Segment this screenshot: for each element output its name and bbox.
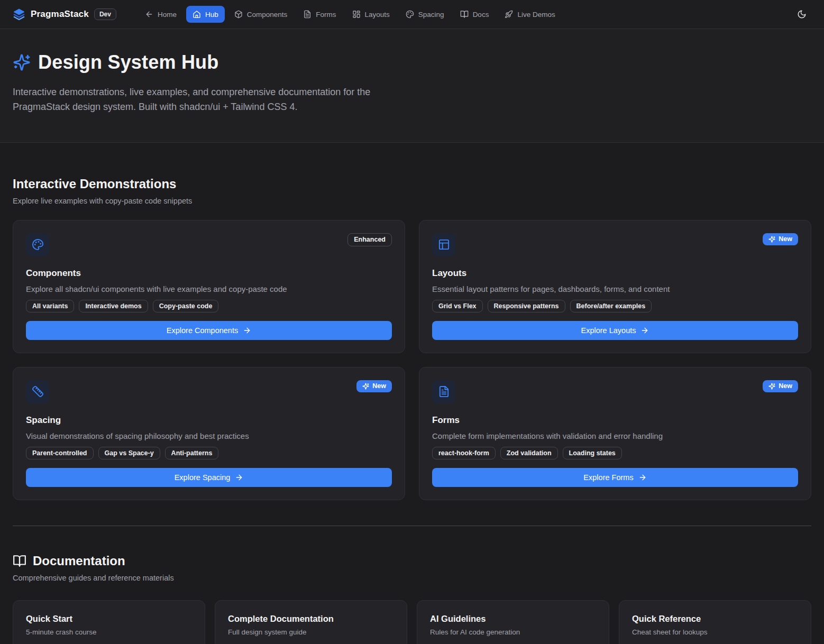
demo-card-forms: New Forms Complete form implementations …	[419, 367, 811, 500]
section-heading: Interactive Demonstrations	[13, 177, 811, 191]
doc-card-quick-start[interactable]: Quick Start 5-minute crash course	[13, 600, 205, 644]
top-navbar: PragmaStack Dev Home Hub Components Fo	[0, 0, 824, 29]
doc-card-quick-reference[interactable]: Quick Reference Cheat sheet for lookups	[619, 600, 811, 644]
doc-card-grid: Quick Start 5-minute crash course Comple…	[13, 600, 811, 644]
nav-label: Forms	[316, 11, 336, 19]
doc-card-description: Full design system guide	[228, 628, 394, 636]
doc-card-title: Quick Reference	[632, 614, 798, 624]
doc-card-complete-documentation[interactable]: Complete Documentation Full design syste…	[215, 600, 407, 644]
page-title: Design System Hub	[38, 51, 218, 73]
brand[interactable]: PragmaStack Dev	[13, 8, 116, 21]
nav-label: Home	[158, 11, 177, 19]
main-content: Interactive Demonstrations Explore live …	[0, 143, 824, 644]
tag: Interactive demos	[79, 300, 148, 312]
doc-card-description: 5-minute crash course	[26, 628, 192, 636]
new-badge: New	[763, 380, 798, 392]
nav-label: Spacing	[418, 11, 444, 19]
tag-row: react-hook-form Zod validation Loading s…	[432, 447, 798, 459]
nav-item-hub[interactable]: Hub	[186, 6, 225, 23]
demo-card-layouts: New Layouts Essential layout patterns fo…	[419, 220, 811, 353]
badge-label: Enhanced	[354, 236, 386, 244]
arrow-right-icon	[243, 326, 251, 335]
explore-spacing-button[interactable]: Explore Spacing	[26, 468, 392, 487]
nav-item-docs[interactable]: Docs	[454, 6, 496, 23]
home-icon	[193, 10, 201, 19]
explore-forms-button[interactable]: Explore Forms	[432, 468, 798, 487]
sparkles-icon	[768, 236, 775, 243]
card-title: Forms	[432, 415, 798, 426]
palette-icon	[26, 233, 49, 256]
sparkles-icon	[13, 53, 31, 71]
nav-label: Live Demos	[517, 11, 555, 19]
section-subheading: Explore live examples with copy-paste co…	[13, 197, 811, 205]
tag: Copy-paste code	[153, 300, 219, 312]
tag: react-hook-form	[432, 447, 496, 459]
doc-card-title: Quick Start	[26, 614, 192, 624]
arrow-right-icon	[638, 473, 647, 482]
demo-card-components: Enhanced Components Explore all shadcn/u…	[13, 220, 405, 353]
file-text-icon	[303, 10, 312, 19]
panels-top-left-icon	[432, 233, 455, 256]
tag: All variants	[26, 300, 74, 312]
ruler-icon	[26, 380, 49, 403]
section-subheading: Comprehensive guides and reference mater…	[13, 574, 811, 582]
nav-item-home[interactable]: Home	[139, 6, 183, 23]
book-open-icon	[13, 554, 26, 568]
nav-label: Docs	[473, 11, 489, 19]
cta-label: Explore Spacing	[175, 473, 231, 482]
book-open-icon	[460, 10, 469, 19]
card-title: Spacing	[26, 415, 392, 426]
doc-card-title: Complete Documentation	[228, 614, 394, 624]
tag: Loading states	[563, 447, 622, 459]
new-badge: New	[356, 380, 392, 392]
arrow-left-icon	[145, 10, 153, 19]
explore-components-button[interactable]: Explore Components	[26, 321, 392, 340]
nav-label: Layouts	[365, 11, 390, 19]
card-description: Essential layout patterns for pages, das…	[432, 283, 798, 295]
card-title: Components	[26, 268, 392, 279]
nav-item-spacing[interactable]: Spacing	[399, 6, 451, 23]
arrow-right-icon	[235, 473, 243, 482]
arrow-right-icon	[640, 326, 649, 335]
brand-name: PragmaStack	[31, 9, 89, 20]
cta-label: Explore Layouts	[581, 326, 636, 335]
card-title: Layouts	[432, 268, 798, 279]
nav-label: Components	[247, 11, 288, 19]
tag: Parent-controlled	[26, 447, 94, 459]
demo-card-spacing: New Spacing Visual demonstrations of spa…	[13, 367, 405, 500]
sparkles-icon	[362, 383, 369, 390]
palette-icon	[406, 10, 414, 19]
tag: Before/after examples	[570, 300, 652, 312]
doc-card-description: Rules for AI code generation	[430, 628, 596, 636]
nav-item-layouts[interactable]: Layouts	[346, 6, 396, 23]
cta-label: Explore Components	[167, 326, 238, 335]
page-description: Interactive demonstrations, live example…	[13, 85, 407, 115]
doc-card-ai-guidelines[interactable]: AI Guidelines Rules for AI code generati…	[417, 600, 609, 644]
tag: Gap vs Space-y	[98, 447, 160, 459]
card-description: Visual demonstrations of spacing philoso…	[26, 430, 392, 441]
layers-logo-icon	[13, 8, 25, 21]
theme-toggle-button[interactable]	[792, 5, 811, 24]
tag-row: Grid vs Flex Responsive patterns Before/…	[432, 300, 798, 312]
enhanced-badge: Enhanced	[347, 233, 392, 246]
tag: Responsive patterns	[488, 300, 565, 312]
nav-item-components[interactable]: Components	[228, 6, 294, 23]
badge-label: New	[779, 235, 792, 243]
demo-card-grid: Enhanced Components Explore all shadcn/u…	[13, 220, 811, 500]
doc-card-title: AI Guidelines	[430, 614, 596, 624]
badge-label: New	[779, 382, 792, 390]
nav-label: Hub	[205, 11, 218, 19]
file-text-icon	[432, 380, 455, 403]
new-badge: New	[763, 233, 798, 245]
moon-icon	[797, 10, 807, 19]
nav-item-live-demos[interactable]: Live Demos	[498, 6, 561, 23]
dev-badge: Dev	[94, 8, 116, 20]
doc-card-description: Cheat sheet for lookups	[632, 628, 798, 636]
card-description: Explore all shadcn/ui components with li…	[26, 283, 392, 295]
sparkles-icon	[768, 383, 775, 390]
tag: Zod validation	[500, 447, 558, 459]
explore-layouts-button[interactable]: Explore Layouts	[432, 321, 798, 340]
tag-row: Parent-controlled Gap vs Space-y Anti-pa…	[26, 447, 392, 459]
badge-label: New	[372, 382, 386, 390]
nav-item-forms[interactable]: Forms	[297, 6, 342, 23]
